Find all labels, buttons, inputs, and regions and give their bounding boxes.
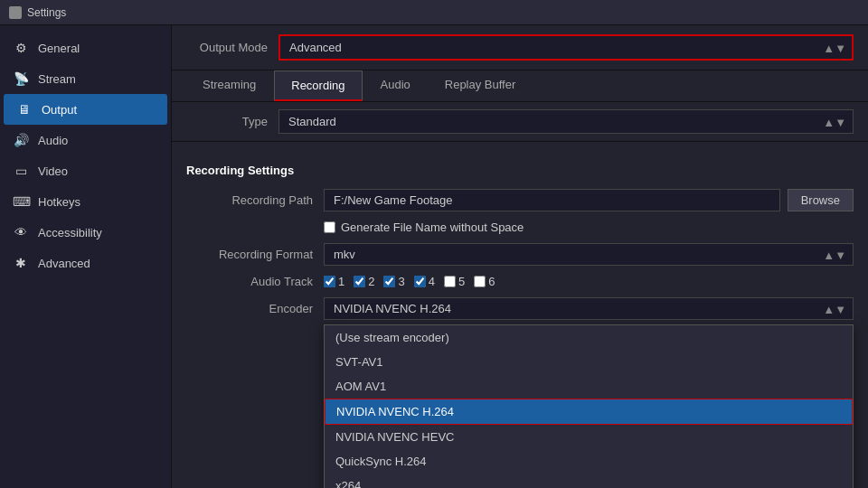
output-mode-select-wrapper: Simple Advanced ▲▼ — [278, 34, 854, 61]
type-row: Type Standard FFmpeg output ▲▼ — [172, 102, 868, 142]
track-2: 2 — [354, 275, 374, 288]
browse-button[interactable]: Browse — [788, 189, 854, 211]
output-mode-bar: Output Mode Simple Advanced ▲▼ — [172, 25, 868, 70]
audio-tracks: 1 2 3 4 5 6 — [324, 275, 495, 288]
track-1: 1 — [324, 275, 344, 288]
sidebar-item-accessibility[interactable]: 👁 Accessibility — [0, 217, 171, 248]
tab-replay-buffer[interactable]: Replay Buffer — [429, 70, 533, 101]
track-6-checkbox[interactable] — [474, 276, 486, 287]
advanced-icon: ✱ — [13, 256, 29, 270]
encoder-option-svt-av1[interactable]: SVT-AV1 — [325, 350, 853, 374]
recording-format-select-wrapper: mkv mp4 flv mov ▲▼ — [324, 243, 854, 266]
titlebar: Settings — [0, 0, 868, 25]
tab-streaming[interactable]: Streaming — [186, 70, 272, 101]
encoder-row: Encoder (Use stream encoder) SVT-AV1 AOM… — [186, 293, 854, 324]
main-content: Output Mode Simple Advanced ▲▼ Streaming… — [172, 25, 868, 488]
generate-filename-checkbox[interactable] — [324, 221, 335, 233]
app-body: ⚙ General 📡 Stream 🖥 Output 🔊 Audio ▭ Vi… — [0, 25, 868, 488]
encoder-option-stream[interactable]: (Use stream encoder) — [325, 325, 853, 350]
type-select-wrapper: Standard FFmpeg output ▲▼ — [278, 109, 854, 134]
generate-filename-label: Generate File Name without Space — [341, 221, 524, 234]
gear-icon: ⚙ — [13, 41, 29, 55]
audio-track-label: Audio Track — [186, 275, 313, 288]
type-label: Type — [186, 115, 268, 128]
tab-audio[interactable]: Audio — [364, 70, 427, 101]
track-4-checkbox[interactable] — [414, 276, 426, 287]
section-title: Recording Settings — [186, 155, 854, 184]
app-icon — [9, 6, 22, 19]
video-icon: ▭ — [13, 164, 29, 178]
sidebar-item-general[interactable]: ⚙ General — [0, 33, 171, 63]
content-area: Recording Settings Recording Path Browse… — [172, 142, 868, 337]
track-1-checkbox[interactable] — [324, 276, 335, 287]
sidebar-item-advanced[interactable]: ✱ Advanced — [0, 248, 171, 278]
sidebar: ⚙ General 📡 Stream 🖥 Output 🔊 Audio ▭ Vi… — [0, 25, 172, 488]
hotkeys-icon: ⌨ — [13, 194, 29, 209]
track-3: 3 — [383, 275, 404, 288]
tabs-bar: Streaming Recording Audio Replay Buffer — [172, 70, 868, 102]
sidebar-item-hotkeys[interactable]: ⌨ Hotkeys — [0, 186, 171, 217]
monitor-icon: 🖥 — [16, 102, 33, 117]
generate-filename-row: Generate File Name without Space — [186, 216, 854, 239]
track-6: 6 — [474, 275, 495, 288]
tab-recording[interactable]: Recording — [274, 70, 362, 101]
encoder-dropdown: (Use stream encoder) SVT-AV1 AOM AV1 NVI… — [324, 324, 854, 488]
recording-format-label: Recording Format — [186, 248, 313, 261]
encoder-option-aom-av1[interactable]: AOM AV1 — [325, 374, 853, 399]
audio-icon: 🔊 — [13, 133, 29, 147]
encoder-section: Encoder (Use stream encoder) SVT-AV1 AOM… — [186, 293, 854, 324]
recording-path-input[interactable] — [324, 189, 780, 211]
recording-format-select[interactable]: mkv mp4 flv mov — [324, 243, 854, 266]
output-mode-select[interactable]: Simple Advanced — [278, 34, 854, 61]
titlebar-title: Settings — [27, 6, 66, 19]
recording-format-row: Recording Format mkv mp4 flv mov ▲▼ — [186, 239, 854, 270]
sidebar-item-output[interactable]: 🖥 Output — [4, 94, 167, 125]
type-select[interactable]: Standard FFmpeg output — [278, 109, 854, 134]
track-4: 4 — [414, 275, 435, 288]
encoder-option-x264[interactable]: x264 — [325, 474, 853, 488]
sidebar-item-stream[interactable]: 📡 Stream — [0, 63, 171, 94]
recording-path-row: Recording Path Browse — [186, 184, 854, 216]
encoder-option-nvidia-h264[interactable]: NVIDIA NVENC H.264 — [325, 399, 853, 425]
sidebar-item-audio[interactable]: 🔊 Audio — [0, 125, 171, 155]
audio-track-row: Audio Track 1 2 3 4 5 — [186, 270, 854, 293]
track-2-checkbox[interactable] — [354, 276, 365, 287]
track-5: 5 — [444, 275, 465, 288]
stream-icon: 📡 — [13, 71, 29, 86]
encoder-option-quicksync[interactable]: QuickSync H.264 — [325, 449, 853, 474]
track-5-checkbox[interactable] — [444, 276, 456, 287]
accessibility-icon: 👁 — [13, 225, 29, 239]
encoder-label: Encoder — [186, 302, 313, 315]
recording-path-label: Recording Path — [186, 193, 313, 207]
output-mode-label: Output Mode — [186, 41, 268, 54]
sidebar-item-video[interactable]: ▭ Video — [0, 155, 171, 186]
encoder-option-nvidia-hevc[interactable]: NVIDIA NVENC HEVC — [325, 425, 853, 449]
track-3-checkbox[interactable] — [383, 276, 395, 287]
encoder-select[interactable]: (Use stream encoder) SVT-AV1 AOM AV1 NVI… — [324, 297, 854, 320]
encoder-wrapper: (Use stream encoder) SVT-AV1 AOM AV1 NVI… — [324, 297, 854, 320]
